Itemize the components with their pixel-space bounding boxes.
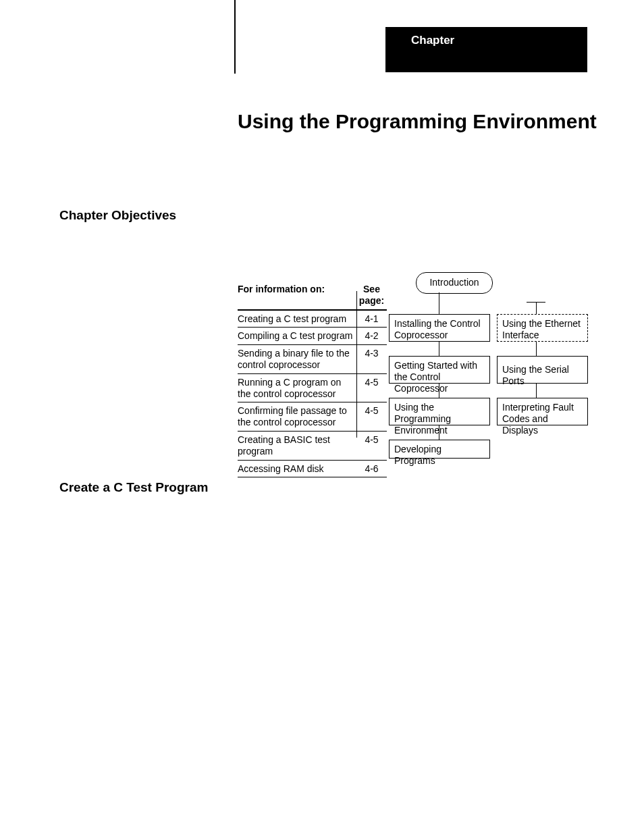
table-row: Sending a binary file to the control cop… xyxy=(238,345,387,374)
table-cell-page: 4-5 xyxy=(356,402,387,431)
diagram-node-serial: Using the Serial Ports xyxy=(497,356,588,384)
diagram-connector xyxy=(439,292,439,314)
table-row: Compiling a C test program 4-2 xyxy=(238,328,387,345)
diagram-node-intro: Introduction xyxy=(416,272,493,294)
table-cell-topic: Running a C program on the control copro… xyxy=(238,374,356,402)
table-cell-page: 4-2 xyxy=(356,328,387,344)
table-cell-topic: Confirming file passage to the control c… xyxy=(238,402,356,431)
page-title: Using the Programming Environment xyxy=(238,110,597,133)
topics-table: For information on: See page: Creating a… xyxy=(238,281,387,477)
table-cell-topic: Creating a BASIC test program xyxy=(238,432,356,460)
table-cell-topic: Creating a C test program xyxy=(238,311,356,328)
diagram-node-develop: Developing Programs xyxy=(389,440,490,459)
table-row: Creating a BASIC test program 4-5 xyxy=(238,432,387,461)
diagram-connector xyxy=(536,342,537,356)
table-cell-page: 4-5 xyxy=(356,432,387,460)
diagram-connector xyxy=(536,302,537,314)
table-cell-page: 4-6 xyxy=(356,461,387,477)
diagram-node-install: Installing the Control Coprocessor xyxy=(389,314,490,342)
table-cell-topic: Sending a binary file to the control cop… xyxy=(238,345,356,373)
table-header-page: See page: xyxy=(356,281,387,309)
table-row: Confirming file passage to the control c… xyxy=(238,402,387,432)
diagram-node-getting: Getting Started with the Control Coproce… xyxy=(389,356,490,384)
diagram-node-ethernet: Using the Ethernet Interface xyxy=(497,314,588,342)
table-cell-page: 4-1 xyxy=(356,311,387,328)
chapter-label: Chapter xyxy=(411,34,454,47)
diagram-node-using: Using the Programming Environment xyxy=(389,398,490,425)
diagram-node-fault: Interpreting Fault Codes and Displays xyxy=(497,398,588,425)
table-cell-topic: Accessing RAM disk xyxy=(238,461,356,477)
table-row: Running a C program on the control copro… xyxy=(238,374,387,403)
diagram-connector xyxy=(536,384,537,398)
section-heading-create: Create a C Test Program xyxy=(59,480,208,495)
header-divider xyxy=(234,0,236,74)
table-row: Creating a C test program 4-1 xyxy=(238,311,387,328)
chapter-banner: Chapter xyxy=(385,27,587,72)
table-header-topic: For information on: xyxy=(238,281,356,309)
table-cell-page: 4-3 xyxy=(356,345,387,373)
table-header-row: For information on: See page: xyxy=(238,281,387,311)
diagram-connector xyxy=(439,342,439,356)
table-cell-page: 4-5 xyxy=(356,374,387,402)
table-row: Accessing RAM disk 4-6 xyxy=(238,461,387,478)
section-heading-objectives: Chapter Objectives xyxy=(59,208,176,223)
chapter-flow-diagram: Introduction Installing the Control Copr… xyxy=(389,272,589,465)
table-cell-topic: Compiling a C test program xyxy=(238,328,356,344)
